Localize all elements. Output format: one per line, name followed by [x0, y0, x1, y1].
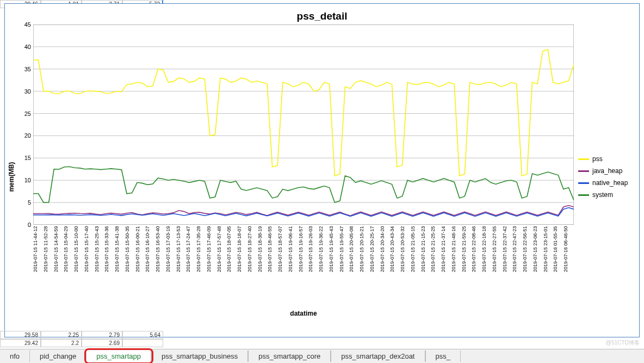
x-axis: 2019-07-15 11-44-122019-07-15 11-52-2820… [33, 226, 574, 307]
svg-rect-10 [33, 24, 574, 225]
sheet-tabs: nfo pid_change pss_smartapp pss_smartapp… [0, 349, 644, 363]
legend: pss java_heap native_heap system [574, 24, 639, 329]
background-cells-bottom: 29.58 2.25 2.79 5.64 29.42 2.2 2.69 [0, 331, 163, 347]
bg-cell[interactable]: 2.25 [41, 331, 82, 339]
x-axis-label: datatime [33, 310, 574, 317]
sheet-tab-pss-smartapp-core[interactable]: pss_smartapp_core [248, 350, 331, 362]
sheet-tab-pss-smartapp-business[interactable]: pss_smartapp_business [151, 350, 248, 362]
y-axis-label: mem(MB) [5, 24, 18, 329]
sheet-tab-pss-smartapp-dex2oat[interactable]: pss_smartapp_dex2oat [331, 350, 425, 362]
bg-cell[interactable] [122, 339, 163, 347]
bg-cell[interactable]: 29.42 [0, 339, 41, 347]
legend-item-native-heap: native_heap [578, 179, 639, 187]
watermark: @51CTO博客 [606, 339, 640, 347]
sheet-tab-nfo[interactable]: nfo [0, 350, 30, 362]
legend-item-pss: pss [578, 155, 639, 163]
sheet-tab-pid-change[interactable]: pid_change [30, 350, 86, 362]
bg-cell[interactable]: 2.2 [41, 339, 82, 347]
bg-cell[interactable]: 29.58 [0, 331, 41, 339]
legend-item-java-heap: java_heap [578, 167, 639, 175]
legend-item-system: system [578, 191, 639, 199]
plot-area: 2019-07-15 11-44-122019-07-15 11-52-2820… [33, 24, 574, 329]
bg-cell[interactable]: 5.64 [122, 331, 163, 339]
bg-cell[interactable]: 2.79 [82, 331, 122, 339]
chart-title: pss_detail [5, 10, 639, 22]
bg-cell[interactable]: 2.69 [82, 339, 122, 347]
y-axis: 051015202530354045 [18, 24, 33, 329]
sheet-tab-pss-more[interactable]: pss_ [425, 350, 461, 362]
sheet-tab-pss-smartapp[interactable]: pss_smartapp [86, 350, 151, 362]
chart-object[interactable]: pss_detail mem(MB) 051015202530354045 20… [4, 3, 640, 337]
